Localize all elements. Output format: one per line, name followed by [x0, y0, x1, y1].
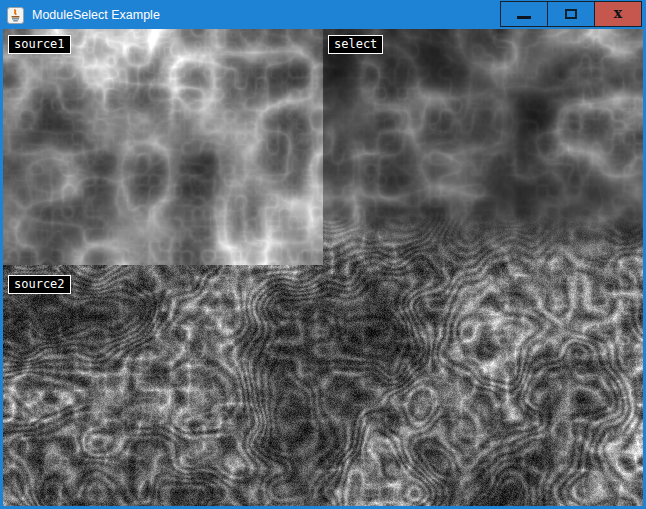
minimize-button[interactable]: [500, 1, 548, 27]
panel-source2: source2: [3, 265, 643, 506]
window-title: ModuleSelect Example: [32, 8, 160, 22]
panel-select: select: [323, 29, 643, 265]
java-app-icon[interactable]: [7, 7, 24, 24]
panel-source1: source1: [3, 29, 323, 265]
maximize-icon: [565, 9, 577, 19]
close-button[interactable]: x: [594, 1, 642, 27]
minimize-icon: [517, 16, 531, 19]
java-coffee-cup-icon: [7, 7, 24, 24]
source2-canvas: [3, 265, 643, 506]
panel-label-source1: source1: [8, 35, 71, 54]
window-controls: x: [501, 1, 642, 27]
panel-label-select: select: [328, 35, 383, 54]
panel-label-source2: source2: [8, 275, 71, 294]
app-window: ModuleSelect Example x source1 select so…: [0, 0, 646, 509]
maximize-button[interactable]: [547, 1, 595, 27]
select-canvas: [323, 29, 643, 265]
render-area: source1 select source2: [3, 29, 643, 506]
close-icon: x: [614, 6, 622, 20]
title-bar[interactable]: ModuleSelect Example x: [0, 0, 646, 29]
source1-canvas: [3, 29, 323, 265]
